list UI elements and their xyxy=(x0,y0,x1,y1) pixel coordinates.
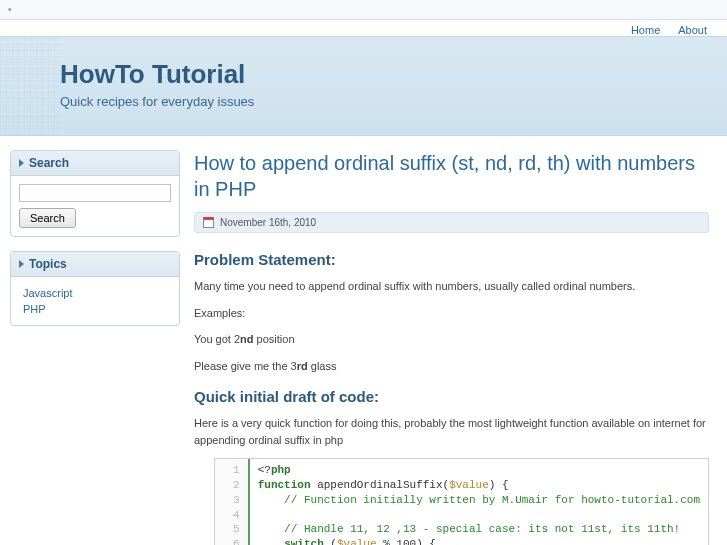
para: You got 2nd position xyxy=(194,331,709,348)
arrow-icon xyxy=(19,260,24,268)
search-widget-title: Search xyxy=(11,151,179,176)
topic-link-javascript[interactable]: Javascript xyxy=(19,285,171,301)
line-numbers: 1 2 3 4 5 6 7 8 9 10 11 xyxy=(215,459,250,545)
search-title-text: Search xyxy=(29,156,69,170)
nav-about[interactable]: About xyxy=(678,24,707,36)
site-header: HowTo Tutorial Quick recipes for everyda… xyxy=(0,36,727,136)
topics-title-text: Topics xyxy=(29,257,67,271)
code-block: 1 2 3 4 5 6 7 8 9 10 11 <?php function a… xyxy=(214,458,709,545)
chrome-dot: • xyxy=(8,4,12,15)
site-tagline: Quick recipes for everyday issues xyxy=(60,94,697,109)
post-meta: November 16th, 2010 xyxy=(194,212,709,233)
main-content: How to append ordinal suffix (st, nd, rd… xyxy=(194,150,717,545)
search-button[interactable]: Search xyxy=(19,208,76,228)
para: Please give me the 3rd glass xyxy=(194,358,709,375)
section-code: Quick initial draft of code: xyxy=(194,388,709,405)
para: Here is a very quick function for doing … xyxy=(194,415,709,448)
top-nav: Home About xyxy=(0,20,727,36)
para: Many time you need to append ordinal suf… xyxy=(194,278,709,295)
site-title: HowTo Tutorial xyxy=(60,59,697,90)
para: Examples: xyxy=(194,305,709,322)
browser-chrome: • xyxy=(0,0,727,20)
section-problem: Problem Statement: xyxy=(194,251,709,268)
topic-link-php[interactable]: PHP xyxy=(19,301,171,317)
calendar-icon xyxy=(203,217,214,228)
topics-widget-title: Topics xyxy=(11,252,179,277)
post-date: November 16th, 2010 xyxy=(220,217,316,228)
nav-home[interactable]: Home xyxy=(631,24,660,36)
sidebar: Search Search Topics Javascript PHP xyxy=(10,150,180,340)
code-lines: <?php function appendOrdinalSuffix($valu… xyxy=(250,459,708,545)
search-input[interactable] xyxy=(19,184,171,202)
arrow-icon xyxy=(19,159,24,167)
search-widget: Search Search xyxy=(10,150,180,237)
post-title: How to append ordinal suffix (st, nd, rd… xyxy=(194,150,709,202)
topics-widget: Topics Javascript PHP xyxy=(10,251,180,326)
